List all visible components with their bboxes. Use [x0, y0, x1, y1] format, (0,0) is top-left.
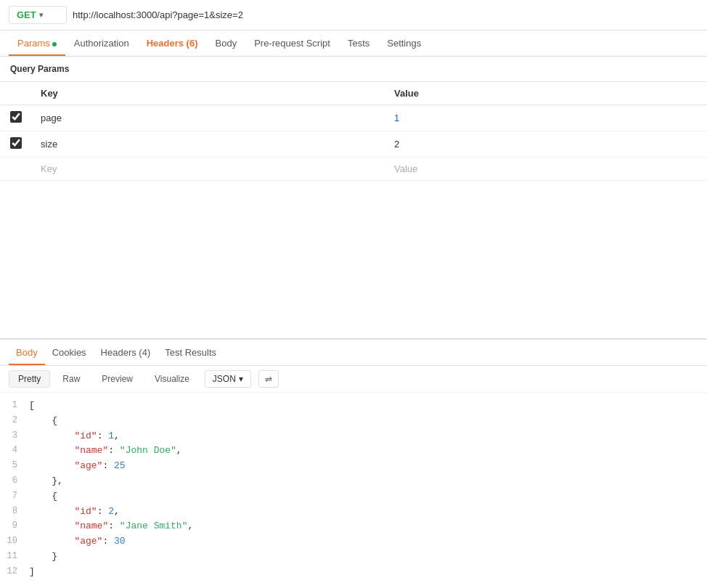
token-punct: ,: [114, 506, 120, 517]
line-number: 5: [6, 459, 29, 473]
format-type-label: JSON: [213, 374, 236, 384]
params-dot-icon: [52, 42, 57, 46]
line-number: 10: [6, 534, 29, 548]
tab-body[interactable]: Body: [207, 30, 246, 56]
json-line: 11 }: [0, 550, 707, 565]
value-cell-1[interactable]: 2: [385, 131, 707, 158]
line-number: 8: [6, 505, 29, 518]
token-number: 1: [108, 430, 114, 441]
token-bracket: }: [29, 551, 57, 562]
line-number: 11: [6, 550, 29, 563]
token-bracket: {: [29, 415, 57, 426]
line-content: "id": 1,: [29, 429, 701, 444]
table-header-key: Key: [32, 82, 385, 105]
format-type-chevron-icon: ▾: [239, 374, 243, 384]
table-header-checkbox-col: [0, 82, 32, 105]
request-tabs-bar: Params Authorization Headers (6) Body Pr…: [0, 30, 707, 57]
line-number: 6: [6, 474, 29, 488]
empty-value-cell[interactable]: Value: [385, 158, 707, 181]
line-content: "name": "John Doe",: [29, 444, 701, 459]
format-btn-pretty[interactable]: Pretty: [9, 370, 50, 388]
token-punct: :: [97, 430, 109, 441]
line-content: "age": 25: [29, 459, 701, 474]
token-key: "age": [29, 536, 102, 547]
url-input[interactable]: [73, 7, 698, 23]
resp-tab-test-results[interactable]: Test Results: [158, 340, 224, 365]
line-content: ]: [29, 565, 701, 580]
token-bracket: },: [29, 475, 63, 486]
token-bracket: ]: [29, 566, 35, 577]
line-content: [: [29, 399, 701, 414]
json-line: 4 "name": "John Doe",: [0, 444, 707, 459]
method-label: GET: [17, 9, 36, 20]
tab-tests[interactable]: Tests: [339, 30, 378, 56]
table-row: page 1: [0, 105, 707, 131]
token-string: "John Doe": [120, 445, 176, 456]
value-cell-0[interactable]: 1: [385, 105, 707, 131]
format-type-selector[interactable]: JSON ▾: [205, 370, 251, 388]
method-selector[interactable]: GET ▾: [9, 6, 67, 24]
token-key: "name": [29, 445, 108, 456]
response-section: Body Cookies Headers (4) Test Results Pr…: [0, 340, 707, 586]
token-punct: :: [102, 536, 114, 547]
token-number: 2: [108, 506, 114, 517]
line-content: "id": 2,: [29, 505, 701, 520]
line-number: 3: [6, 429, 29, 443]
token-key: "age": [29, 460, 102, 471]
row-checkbox-0[interactable]: [10, 111, 22, 123]
key-cell-1[interactable]: size: [32, 131, 385, 158]
line-content: "age": 30: [29, 534, 701, 550]
line-content: {: [29, 489, 701, 505]
table-row: size 2: [0, 131, 707, 158]
tab-headers[interactable]: Headers (6): [138, 30, 207, 56]
line-content: {: [29, 414, 701, 429]
token-punct: ,: [114, 430, 120, 441]
token-punct: :: [108, 445, 120, 456]
json-line: 12]: [0, 565, 707, 580]
token-key: "id": [29, 506, 97, 517]
token-number: 25: [114, 460, 126, 471]
wrap-button[interactable]: ⇌: [258, 370, 279, 388]
tab-authorization[interactable]: Authorization: [65, 30, 138, 56]
line-number: 12: [6, 565, 29, 579]
tab-params[interactable]: Params: [9, 30, 65, 56]
wrap-icon: ⇌: [265, 374, 272, 384]
tab-pre-request[interactable]: Pre-request Script: [245, 30, 339, 56]
token-number: 30: [114, 536, 126, 547]
table-row-empty: Key Value: [0, 158, 707, 181]
token-bracket: [: [29, 400, 35, 411]
row-checkbox-1[interactable]: [10, 137, 22, 149]
response-tabs-bar: Body Cookies Headers (4) Test Results: [0, 340, 707, 366]
line-number: 1: [6, 399, 29, 412]
json-line: 9 "name": "Jane Smith",: [0, 519, 707, 534]
query-params-label: Query Params: [0, 57, 707, 81]
token-key: "name": [29, 520, 108, 531]
empty-key-cell[interactable]: Key: [32, 158, 385, 181]
line-number: 4: [6, 444, 29, 457]
format-btn-visualize[interactable]: Visualize: [145, 370, 199, 388]
request-section: Query Params Key Value page 1 size 2 Key…: [0, 57, 707, 340]
key-cell-0[interactable]: page: [32, 105, 385, 131]
resp-tab-body[interactable]: Body: [9, 340, 45, 365]
json-line: 2 {: [0, 414, 707, 429]
token-punct: ,: [176, 445, 182, 456]
url-bar: GET ▾: [0, 0, 707, 30]
line-content: }: [29, 550, 701, 565]
resp-tab-headers[interactable]: Headers (4): [94, 340, 158, 365]
format-btn-preview[interactable]: Preview: [92, 370, 142, 388]
token-punct: :: [97, 506, 109, 517]
json-line: 3 "id": 1,: [0, 429, 707, 444]
token-key: "id": [29, 430, 97, 441]
method-chevron-icon: ▾: [39, 11, 43, 19]
line-content: },: [29, 474, 701, 489]
token-string: "Jane Smith": [120, 520, 188, 531]
format-btn-raw[interactable]: Raw: [53, 370, 89, 388]
line-content: "name": "Jane Smith",: [29, 519, 701, 534]
line-number: 9: [6, 519, 29, 533]
token-punct: :: [102, 460, 114, 471]
token-bracket: {: [29, 491, 57, 502]
json-line: 10 "age": 30: [0, 534, 707, 550]
resp-tab-cookies[interactable]: Cookies: [45, 340, 94, 365]
tab-settings[interactable]: Settings: [378, 30, 430, 56]
json-body: 1[2 {3 "id": 1,4 "name": "John Doe",5 "a…: [0, 393, 707, 586]
